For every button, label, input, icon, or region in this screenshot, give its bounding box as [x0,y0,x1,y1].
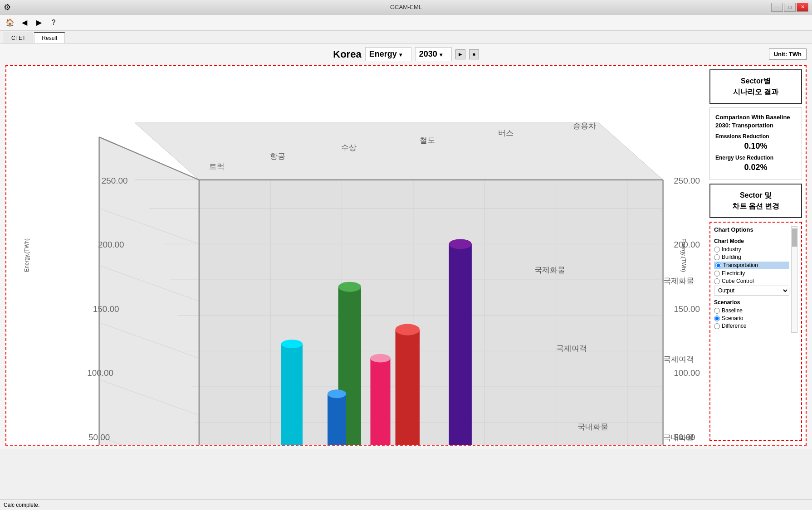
svg-text:버스: 버스 [498,128,514,137]
scenario-scenario[interactable]: Scenario [714,315,789,321]
svg-rect-64 [396,330,420,445]
help-icon[interactable]: ? [47,16,60,29]
svg-text:국내화물: 국내화물 [577,422,608,431]
energy-value: 0.02% [715,163,796,172]
chart-container: Energy,(TWh) [5,65,807,446]
play-button[interactable]: ▶ [455,49,465,59]
svg-text:국내화물: 국내화물 [663,433,694,442]
sector-option-box: Sector 및 차트 옵션 변경 [709,184,802,218]
svg-rect-58 [281,344,303,445]
chart-options-box: Chart Options Chart Mode Industry Buildi… [709,222,802,441]
svg-text:국제화물: 국제화물 [663,276,694,285]
scenarios-section: Scenarios Baseline Scenario Difference [714,299,789,329]
chart-mode-section: Chart Mode Industry Building Transportat… [714,238,789,296]
mode-transportation[interactable]: Transportation [714,262,789,269]
chart-svg: 250.00 200.00 150.00 100.00 50.00 0.00 2… [6,66,706,445]
svg-text:200.00: 200.00 [674,240,700,249]
minimize-button[interactable]: — [771,3,783,12]
svg-marker-0 [135,123,663,180]
svg-rect-70 [370,358,390,445]
category-dropdown-arrow: ▾ [399,52,402,58]
svg-point-74 [328,389,346,398]
scrollbar-thumb[interactable] [792,228,797,247]
scenarios-label: Scenarios [714,299,789,306]
unit-display: Unit: TWh [769,49,807,60]
chart-mode-label: Chart Mode [714,238,789,244]
status-bar: Calc complete. [0,499,812,510]
app-icon: ⚙ [4,2,11,12]
svg-point-71 [370,354,390,363]
scenario-baseline[interactable]: Baseline [714,307,789,314]
energy-label: Energy Use Reduction [715,155,796,161]
svg-rect-73 [328,394,346,445]
svg-rect-67 [449,244,472,445]
mode-industry[interactable]: Industry [714,246,789,253]
svg-text:국제여객: 국제여객 [663,355,694,364]
mode-electricity[interactable]: Electricity [714,270,789,277]
svg-point-59 [281,340,303,348]
svg-point-68 [449,239,472,249]
close-button[interactable]: ✕ [797,3,808,12]
tab-ctet[interactable]: CTET [4,33,33,43]
comparison-title: Comparison With Baseline 2030: Transport… [715,113,796,130]
output-select[interactable]: Output [714,286,789,296]
svg-text:250.00: 250.00 [102,176,128,185]
menu-bar: 🏠 ◀ ▶ ? [0,15,812,31]
y-axis-label-right: Energy,(TWh) [680,238,687,272]
scenario-difference[interactable]: Difference [714,323,789,329]
svg-marker-2 [199,180,663,445]
emissions-value: 0.10% [715,141,796,151]
main-content: Korea Energy ▾ 2030 ▾ ▶ ■ Unit: TWh Ener… [0,44,812,449]
region-label: Korea [333,49,361,60]
maximize-button[interactable]: □ [784,3,796,12]
mode-building[interactable]: Building [714,254,789,260]
window-title: GCAM-EML [390,4,422,10]
year-dropdown[interactable]: 2030 ▾ [415,47,452,61]
chart-3d-area: Energy,(TWh) [6,66,706,445]
mode-cube-control[interactable]: Cube Control [714,278,789,284]
svg-text:150.00: 150.00 [674,304,700,314]
svg-text:수상: 수상 [341,143,357,152]
status-text: Calc complete. [4,502,39,508]
svg-text:200.00: 200.00 [98,240,124,249]
comparison-box: Comparison With Baseline 2030: Transport… [709,107,802,180]
stop-button[interactable]: ■ [469,49,479,59]
svg-text:승용차: 승용차 [573,121,596,130]
tab-result[interactable]: Result [34,32,65,43]
home-icon[interactable]: 🏠 [4,16,16,29]
svg-text:항공: 항공 [270,151,285,160]
year-dropdown-arrow: ▾ [440,52,442,58]
svg-point-65 [396,324,420,335]
window-controls: — □ ✕ [771,3,808,12]
tab-bar: CTET Result [0,31,812,44]
back-icon[interactable]: ◀ [18,16,31,29]
svg-text:철도: 철도 [420,136,435,145]
svg-text:100.00: 100.00 [674,368,700,378]
chart-options-title: Chart Options [714,226,789,235]
scrollbar-track[interactable] [791,226,797,333]
forward-icon[interactable]: ▶ [33,16,45,29]
category-dropdown[interactable]: Energy ▾ [365,47,411,61]
svg-text:150.00: 150.00 [93,304,119,314]
title-bar-left: ⚙ [4,2,11,12]
svg-text:트럭: 트럭 [209,162,225,171]
svg-text:100.00: 100.00 [87,368,113,378]
title-bar: ⚙ GCAM-EML — □ ✕ [0,0,812,15]
header-row: Korea Energy ▾ 2030 ▾ ▶ ■ Unit: TWh [5,47,807,61]
scenario-result-box: Sector별 시나리오 결과 [709,69,802,104]
svg-text:국제여객: 국제여객 [556,344,587,353]
right-panel: Sector별 시나리오 결과 Comparison With Baseline… [706,66,806,445]
emissions-label: Emssions Reduction [715,133,796,140]
svg-text:국제화물: 국제화물 [534,265,565,274]
svg-point-62 [338,282,361,292]
svg-text:250.00: 250.00 [674,176,700,185]
